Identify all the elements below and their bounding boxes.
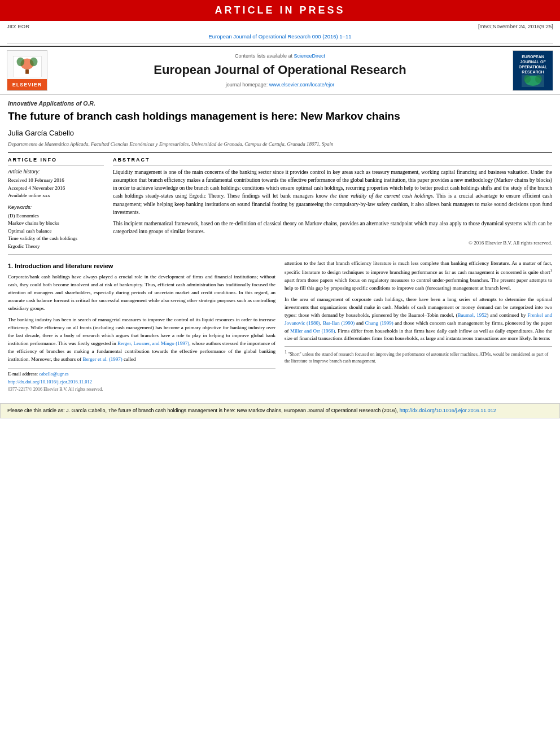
main-left-col: 1. Introduction and literature review Co… <box>8 260 275 393</box>
keyword-item: Time validity of the cash holdings <box>8 235 104 243</box>
miller-link[interactable]: Miller and Orr (1966) <box>290 328 335 334</box>
main-right-col: attention to the fact that branch effici… <box>285 260 552 393</box>
keyword-item: Optimal cash balance <box>8 228 104 235</box>
article-body: Innovative Applications of O.R. The futu… <box>0 95 560 397</box>
journal-link-text[interactable]: European Journal of Operational Research… <box>209 33 352 40</box>
article-divider <box>8 152 552 153</box>
received-date: Received 10 February 2016 <box>8 177 104 184</box>
article-info-heading: ARTICLE INFO <box>8 156 104 165</box>
sciencedirect-link[interactable]: ScienceDirect <box>294 53 326 59</box>
citation-doi-link[interactable]: http://dx.doi.org/10.1016/j.ejor.2016.11… <box>400 408 496 413</box>
elsevier-wordmark: ELSEVIER <box>7 79 47 90</box>
homepage-url[interactable]: www.elsevier.com/locate/ejor <box>269 82 335 88</box>
email-link[interactable]: cabello@ugr.es <box>39 371 68 377</box>
svg-point-7 <box>524 75 531 83</box>
berger-et-al-link[interactable]: Berger et al. (1997) <box>82 356 122 362</box>
svg-rect-4 <box>25 69 29 74</box>
section1-heading: 1. Introduction and literature review <box>8 262 275 270</box>
top-meta: JID: EOR [m5G;November 24, 2016;9:25] <box>0 21 560 32</box>
header-divider <box>7 43 553 44</box>
svg-point-8 <box>535 75 542 83</box>
article-info-col: ARTICLE INFO Article history: Received 1… <box>8 156 104 250</box>
author-name: Julia García Cabello <box>8 128 552 138</box>
journal-title: European Journal of Operational Research <box>52 62 508 79</box>
journal-center: Contents lists available at ScienceDirec… <box>52 53 508 89</box>
abstract-para2: This incipient mathematical framework, b… <box>113 220 552 236</box>
history-label: Article history: <box>8 168 104 176</box>
journal-logo-left: ELSEVIER <box>7 50 52 91</box>
chang-link[interactable]: Chang (1999) <box>365 320 393 326</box>
journal-homepage: journal homepage: www.elsevier.com/locat… <box>52 81 508 89</box>
barilan-link[interactable]: Bar-Ilan (1990) <box>323 320 355 326</box>
article-in-press-banner: ARTICLE IN PRESS <box>0 0 560 21</box>
footnote1: 1 "Short" unless the strand of research … <box>285 346 552 364</box>
rights-line: 0377-2217/© 2016 Elsevier B.V. All right… <box>8 386 275 392</box>
contents-text: Contents lists available at ScienceDirec… <box>52 53 508 60</box>
keyword-item: (D) Economics <box>8 212 104 220</box>
section1-para1: Corporate/bank cash holdings have always… <box>8 273 275 313</box>
abstract-col: ABSTRACT Liquidity management is one of … <box>113 156 552 250</box>
available-date: Available online xxx <box>8 192 104 199</box>
baumol-link[interactable]: Baumol, 1952 <box>457 312 487 318</box>
doi-link[interactable]: http://dx.doi.org/10.1016/j.ejor.2016.11… <box>8 379 275 386</box>
keywords-list: (D) EconomicsMarkov chains by blocksOpti… <box>8 212 104 251</box>
jid-label: JID: EOR <box>7 23 29 30</box>
elsevier-tree-icon <box>12 51 43 77</box>
author-affiliation: Departamento de Matemática Aplicada, Fac… <box>8 141 552 148</box>
section1-para2: The banking industry has been in search … <box>8 316 275 364</box>
keyword-item: Ergodic Theory <box>8 243 104 251</box>
journal-logo-icon <box>522 75 544 87</box>
journal-header: ELSEVIER Contents lists available at Sci… <box>0 46 560 95</box>
main-content: 1. Introduction and literature review Co… <box>8 255 552 393</box>
elsevier-logo-box: ELSEVIER <box>7 50 47 91</box>
citation-bar: Please cite this article as: J. García C… <box>0 403 560 419</box>
abstract-text: Liquidity management is one of the main … <box>113 168 552 217</box>
journal-logo-right: EUROPEAN JOURNAL OF OPERATIONAL RESEARCH <box>508 50 553 91</box>
berger-link[interactable]: Berger, Leusner, and Mingo (1997) <box>117 340 189 346</box>
article-info-abstract: ARTICLE INFO Article history: Received 1… <box>8 156 552 250</box>
copyright-line: © 2016 Elsevier B.V. All rights reserved… <box>113 239 552 247</box>
svg-point-3 <box>29 57 37 66</box>
abstract-heading: ABSTRACT <box>113 156 552 165</box>
article-category: Innovative Applications of O.R. <box>8 99 552 108</box>
date-stamp: [m5G;November 24, 2016;9:25] <box>478 23 553 30</box>
email-line: E-mail address: cabello@ugr.es <box>8 371 275 378</box>
journal-logo-right-box: EUROPEAN JOURNAL OF OPERATIONAL RESEARCH <box>513 50 553 91</box>
keyword-item: Markov chains by blocks <box>8 220 104 228</box>
section1-right-para1: attention to the fact that branch effici… <box>285 260 552 292</box>
footer-section: E-mail address: cabello@ugr.es http://dx… <box>8 368 275 393</box>
journal-link-bar: European Journal of Operational Research… <box>0 32 560 41</box>
article-title: The future of branch cash holdings manag… <box>8 110 552 124</box>
keywords-label: Keywords: <box>8 204 104 211</box>
section1-right-para2: In the area of management of corporate c… <box>285 296 552 343</box>
accepted-date: Accepted 4 November 2016 <box>8 185 104 192</box>
svg-point-2 <box>16 57 24 66</box>
